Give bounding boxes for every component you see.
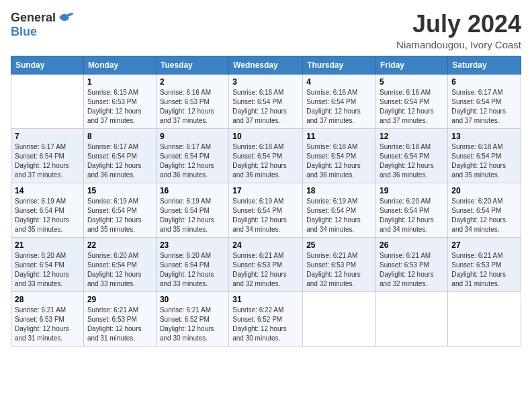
day-info: Sunrise: 6:21 AMSunset: 6:52 PMDaylight:… — [160, 306, 225, 343]
day-info: Sunrise: 6:21 AMSunset: 6:53 PMDaylight:… — [232, 251, 299, 289]
page-header: General Blue July 2024 Niamandougou, Ivo… — [11, 11, 521, 50]
calendar-cell: 3Sunrise: 6:16 AMSunset: 6:54 PMDaylight… — [229, 74, 303, 128]
day-number: 14 — [15, 186, 80, 195]
calendar-cell: 13Sunrise: 6:18 AMSunset: 6:54 PMDayligh… — [448, 128, 521, 183]
day-info: Sunrise: 6:20 AMSunset: 6:54 PMDaylight:… — [87, 251, 152, 289]
day-info: Sunrise: 6:16 AMSunset: 6:54 PMDaylight:… — [306, 88, 372, 126]
calendar-cell: 9Sunrise: 6:17 AMSunset: 6:54 PMDaylight… — [156, 128, 228, 183]
day-number: 20 — [451, 186, 517, 195]
calendar-cell — [448, 291, 521, 346]
calendar-cell: 14Sunrise: 6:19 AMSunset: 6:54 PMDayligh… — [11, 183, 84, 237]
day-info: Sunrise: 6:20 AMSunset: 6:54 PMDaylight:… — [160, 251, 225, 289]
calendar-cell — [11, 74, 84, 128]
calendar-cell — [376, 291, 448, 346]
day-number: 3 — [232, 77, 299, 87]
logo-general-text: General — [11, 11, 56, 25]
day-number: 26 — [380, 240, 444, 250]
day-info: Sunrise: 6:19 AMSunset: 6:54 PMDaylight:… — [87, 197, 152, 234]
calendar-cell: 30Sunrise: 6:21 AMSunset: 6:52 PMDayligh… — [156, 291, 228, 346]
calendar-week-3: 14Sunrise: 6:19 AMSunset: 6:54 PMDayligh… — [11, 183, 521, 237]
day-number: 30 — [160, 295, 225, 304]
logo-bird-icon — [58, 11, 75, 24]
day-number: 15 — [87, 186, 152, 195]
calendar-cell: 8Sunrise: 6:17 AMSunset: 6:54 PMDaylight… — [83, 128, 156, 183]
day-info: Sunrise: 6:20 AMSunset: 6:54 PMDaylight:… — [15, 251, 80, 289]
day-number: 29 — [87, 295, 152, 304]
calendar-cell: 21Sunrise: 6:20 AMSunset: 6:54 PMDayligh… — [11, 237, 84, 291]
header-wednesday: Wednesday — [229, 56, 303, 74]
day-number: 7 — [15, 132, 80, 141]
calendar-cell: 20Sunrise: 6:20 AMSunset: 6:54 PMDayligh… — [448, 183, 521, 237]
calendar-cell: 7Sunrise: 6:17 AMSunset: 6:54 PMDaylight… — [11, 128, 84, 183]
day-info: Sunrise: 6:18 AMSunset: 6:54 PMDaylight:… — [380, 142, 444, 180]
calendar-cell: 29Sunrise: 6:21 AMSunset: 6:53 PMDayligh… — [83, 291, 156, 346]
header-friday: Friday — [376, 56, 448, 74]
calendar-week-4: 21Sunrise: 6:20 AMSunset: 6:54 PMDayligh… — [11, 237, 521, 291]
header-monday: Monday — [83, 56, 156, 74]
calendar-cell: 15Sunrise: 6:19 AMSunset: 6:54 PMDayligh… — [83, 183, 156, 237]
day-number: 10 — [232, 132, 299, 141]
calendar-cell: 4Sunrise: 6:16 AMSunset: 6:54 PMDaylight… — [303, 74, 376, 128]
day-info: Sunrise: 6:20 AMSunset: 6:54 PMDaylight:… — [451, 197, 517, 234]
calendar-cell: 18Sunrise: 6:19 AMSunset: 6:54 PMDayligh… — [303, 183, 376, 237]
day-info: Sunrise: 6:17 AMSunset: 6:54 PMDaylight:… — [87, 142, 152, 180]
calendar-cell: 23Sunrise: 6:20 AMSunset: 6:54 PMDayligh… — [156, 237, 228, 291]
day-number: 5 — [380, 77, 444, 87]
day-number: 9 — [160, 132, 225, 141]
month-title: July 2024 — [396, 11, 521, 38]
day-number: 28 — [15, 295, 80, 304]
day-info: Sunrise: 6:17 AMSunset: 6:54 PMDaylight:… — [451, 88, 517, 126]
day-number: 19 — [380, 186, 444, 195]
day-info: Sunrise: 6:17 AMSunset: 6:54 PMDaylight:… — [160, 142, 225, 180]
header-sunday: Sunday — [11, 56, 84, 74]
day-info: Sunrise: 6:21 AMSunset: 6:53 PMDaylight:… — [15, 306, 80, 343]
day-number: 1 — [87, 77, 152, 87]
day-info: Sunrise: 6:19 AMSunset: 6:54 PMDaylight:… — [160, 197, 225, 234]
day-number: 4 — [306, 77, 372, 87]
day-number: 31 — [232, 295, 299, 304]
day-number: 12 — [380, 132, 444, 141]
calendar-cell: 5Sunrise: 6:16 AMSunset: 6:54 PMDaylight… — [376, 74, 448, 128]
calendar-cell: 27Sunrise: 6:21 AMSunset: 6:53 PMDayligh… — [448, 237, 521, 291]
calendar-cell: 31Sunrise: 6:22 AMSunset: 6:52 PMDayligh… — [229, 291, 303, 346]
calendar-cell: 22Sunrise: 6:20 AMSunset: 6:54 PMDayligh… — [83, 237, 156, 291]
day-number: 27 — [451, 240, 517, 250]
day-number: 2 — [160, 77, 225, 87]
day-number: 22 — [87, 240, 152, 250]
day-info: Sunrise: 6:16 AMSunset: 6:54 PMDaylight:… — [380, 88, 444, 126]
location-text: Niamandougou, Ivory Coast — [396, 39, 521, 50]
header-tuesday: Tuesday — [156, 56, 228, 74]
calendar-table: SundayMondayTuesdayWednesdayThursdayFrid… — [11, 56, 521, 347]
calendar-cell: 1Sunrise: 6:15 AMSunset: 6:53 PMDaylight… — [83, 74, 156, 128]
day-info: Sunrise: 6:21 AMSunset: 6:53 PMDaylight:… — [87, 306, 152, 343]
day-info: Sunrise: 6:21 AMSunset: 6:53 PMDaylight:… — [380, 251, 444, 289]
calendar-week-2: 7Sunrise: 6:17 AMSunset: 6:54 PMDaylight… — [11, 128, 521, 183]
calendar-header-row: SundayMondayTuesdayWednesdayThursdayFrid… — [11, 56, 521, 74]
calendar-cell: 26Sunrise: 6:21 AMSunset: 6:53 PMDayligh… — [376, 237, 448, 291]
day-info: Sunrise: 6:18 AMSunset: 6:54 PMDaylight:… — [451, 142, 517, 180]
day-number: 13 — [451, 132, 517, 141]
logo: General Blue — [11, 11, 75, 39]
day-info: Sunrise: 6:21 AMSunset: 6:53 PMDaylight:… — [306, 251, 372, 289]
calendar-cell: 28Sunrise: 6:21 AMSunset: 6:53 PMDayligh… — [11, 291, 84, 346]
header-thursday: Thursday — [303, 56, 376, 74]
calendar-cell: 25Sunrise: 6:21 AMSunset: 6:53 PMDayligh… — [303, 237, 376, 291]
day-number: 8 — [87, 132, 152, 141]
calendar-week-5: 28Sunrise: 6:21 AMSunset: 6:53 PMDayligh… — [11, 291, 521, 346]
day-number: 23 — [160, 240, 225, 250]
day-info: Sunrise: 6:16 AMSunset: 6:54 PMDaylight:… — [232, 88, 299, 126]
title-block: July 2024 Niamandougou, Ivory Coast — [396, 11, 521, 50]
logo-blue-text: Blue — [11, 25, 37, 38]
day-info: Sunrise: 6:19 AMSunset: 6:54 PMDaylight:… — [232, 197, 299, 234]
day-number: 16 — [160, 186, 225, 195]
day-info: Sunrise: 6:19 AMSunset: 6:54 PMDaylight:… — [15, 197, 80, 234]
calendar-cell: 6Sunrise: 6:17 AMSunset: 6:54 PMDaylight… — [448, 74, 521, 128]
calendar-cell: 24Sunrise: 6:21 AMSunset: 6:53 PMDayligh… — [229, 237, 303, 291]
day-info: Sunrise: 6:22 AMSunset: 6:52 PMDaylight:… — [232, 306, 299, 343]
day-info: Sunrise: 6:19 AMSunset: 6:54 PMDaylight:… — [306, 197, 372, 234]
calendar-cell: 2Sunrise: 6:16 AMSunset: 6:53 PMDaylight… — [156, 74, 228, 128]
calendar-cell: 17Sunrise: 6:19 AMSunset: 6:54 PMDayligh… — [229, 183, 303, 237]
header-saturday: Saturday — [448, 56, 521, 74]
day-info: Sunrise: 6:18 AMSunset: 6:54 PMDaylight:… — [232, 142, 299, 180]
day-number: 6 — [451, 77, 517, 87]
